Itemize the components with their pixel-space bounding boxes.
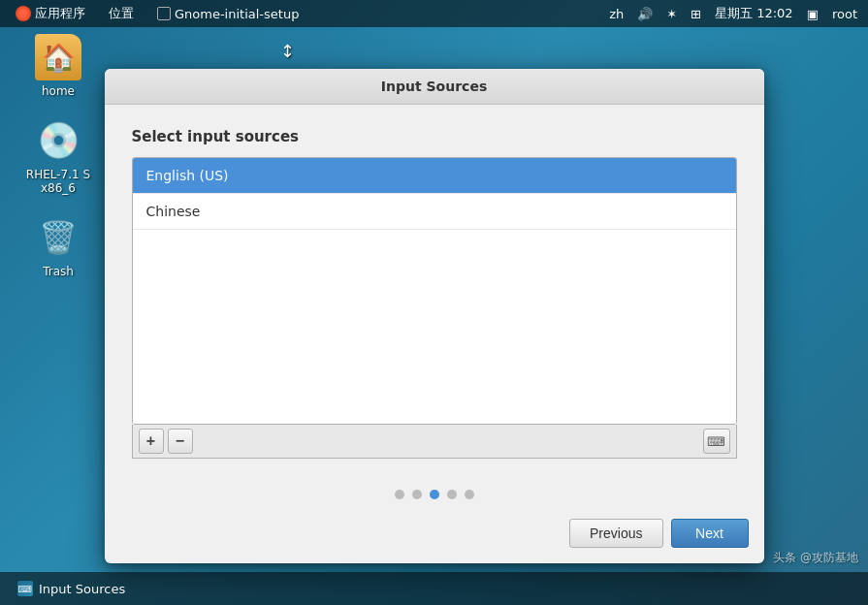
list-item-chinese[interactable]: Chinese xyxy=(133,194,736,230)
listbox-toolbar: + − ⌨ xyxy=(132,425,737,459)
lang-indicator[interactable]: zh xyxy=(606,7,627,21)
bottom-bar-input-sources[interactable]: ⌨ Input Sources xyxy=(8,577,135,600)
window-icon xyxy=(157,7,171,20)
add-source-button[interactable]: + xyxy=(139,429,164,454)
list-item-chinese-label: Chinese xyxy=(146,204,201,219)
taskbar-right: zh 🔊 ✶ ⊞ 星期五 12:02 ▣ root xyxy=(606,5,860,22)
dialog-footer: Previous Next xyxy=(105,511,764,563)
bottom-bar-label: Input Sources xyxy=(39,582,125,596)
progress-dot-3 xyxy=(430,490,439,499)
dialog-title: Input Sources xyxy=(381,79,487,94)
dialog-content: Select input sources English (US) Chines… xyxy=(105,105,764,474)
screen-icon[interactable]: ▣ xyxy=(804,7,821,21)
section-title: Select input sources xyxy=(132,128,737,145)
previous-button[interactable]: Previous xyxy=(569,519,662,548)
bottom-taskbar: ⌨ Input Sources xyxy=(0,572,868,605)
input-sources-listbox: English (US) Chinese xyxy=(132,157,737,425)
bluetooth-icon[interactable]: ✶ xyxy=(663,7,680,21)
location-label: 位置 xyxy=(109,6,134,20)
dialog-titlebar: Input Sources xyxy=(105,69,764,105)
window-title-label: Gnome-initial-setup xyxy=(175,7,299,21)
keyboard-preview-button[interactable]: ⌨ xyxy=(703,429,730,454)
listbox-toolbar-left: + − xyxy=(139,429,193,454)
listbox-empty-area xyxy=(133,230,736,424)
app-menu[interactable]: 应用程序 xyxy=(8,3,93,24)
app-menu-label: 应用程序 xyxy=(35,5,85,22)
progress-dot-5 xyxy=(465,490,474,499)
taskbar-window-title[interactable]: Gnome-initial-setup xyxy=(149,5,306,23)
taskbar-location[interactable]: 位置 xyxy=(101,3,142,24)
progress-dot-2 xyxy=(412,490,422,499)
top-taskbar: 应用程序 位置 Gnome-initial-setup zh 🔊 ✶ ⊞ 星期五… xyxy=(0,0,868,27)
desktop: 应用程序 位置 Gnome-initial-setup zh 🔊 ✶ ⊞ 星期五… xyxy=(0,0,868,605)
bottom-bar-icon: ⌨ xyxy=(17,581,33,596)
app-menu-icon xyxy=(16,6,31,21)
remove-source-button[interactable]: − xyxy=(168,429,193,454)
list-item-english[interactable]: English (US) xyxy=(133,158,736,194)
input-sources-dialog: Input Sources Select input sources Engli… xyxy=(105,69,764,563)
progress-dot-1 xyxy=(395,490,404,499)
progress-dots xyxy=(105,474,764,511)
keyboard-icon: ⌨ xyxy=(707,434,725,449)
next-button[interactable]: Next xyxy=(671,519,749,548)
modal-overlay: Input Sources Select input sources Engli… xyxy=(0,27,868,605)
progress-dot-4 xyxy=(447,490,457,499)
network-icon[interactable]: ⊞ xyxy=(688,7,704,21)
clock[interactable]: 星期五 12:02 xyxy=(712,5,796,22)
volume-icon[interactable]: 🔊 xyxy=(634,7,656,21)
user-menu[interactable]: root xyxy=(829,7,860,21)
list-item-english-label: English (US) xyxy=(146,168,229,183)
